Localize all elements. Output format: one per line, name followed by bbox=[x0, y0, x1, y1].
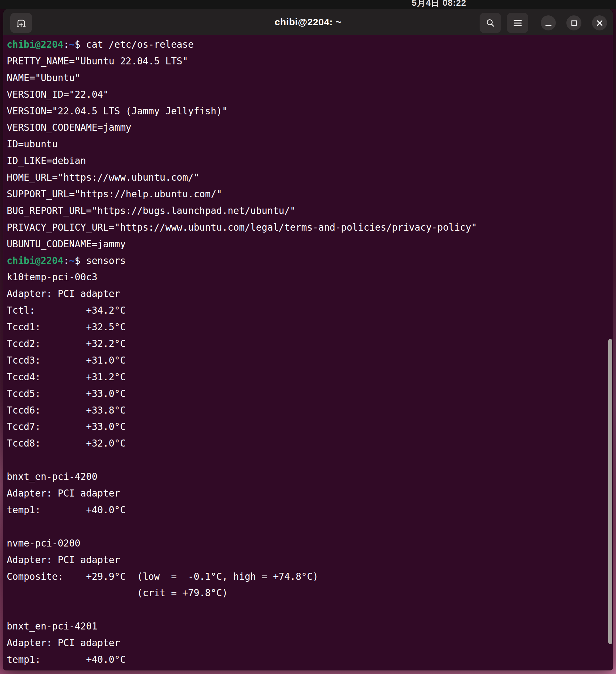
terminal-text-segment: Tctl: +34.2°C bbox=[7, 305, 126, 316]
terminal-line: Tccd5: +33.0°C bbox=[7, 386, 477, 402]
terminal-text-segment: PRIVACY_POLICY_URL="https://www.ubuntu.c… bbox=[7, 222, 477, 233]
terminal-text-segment: Adapter: PCI adapter bbox=[7, 488, 120, 499]
terminal-text-segment: HOME_URL="https://www.ubuntu.com/" bbox=[7, 172, 199, 183]
terminal-line: NAME="Ubuntu" bbox=[7, 70, 477, 87]
terminal-line: Adapter: PCI adapter bbox=[7, 485, 477, 502]
terminal-text-segment: k10temp-pci-00c3 bbox=[7, 272, 97, 283]
terminal-line: Tccd4: +31.2°C bbox=[7, 369, 477, 386]
terminal-text-segment: Tccd6: +33.8°C bbox=[7, 405, 126, 416]
terminal-text-segment: Tccd8: +32.0°C bbox=[7, 438, 126, 449]
terminal-text-segment: VERSION_ID="22.04" bbox=[7, 89, 109, 100]
terminal-text-segment: chibi@2204 bbox=[7, 39, 63, 50]
terminal-screen[interactable]: chibi@2204:~$ cat /etc/os-releasePRETTY_… bbox=[3, 35, 613, 670]
terminal-output: chibi@2204:~$ cat /etc/os-releasePRETTY_… bbox=[7, 36, 477, 668]
terminal-line: SUPPORT_URL="https://help.ubuntu.com/" bbox=[7, 186, 477, 203]
terminal-line: bnxt_en-pci-4200 bbox=[7, 469, 477, 485]
minimize-button[interactable] bbox=[541, 15, 556, 30]
terminal-text-segment: Adapter: PCI adapter bbox=[7, 638, 120, 648]
terminal-text-segment: temp1: +40.0°C bbox=[7, 654, 126, 665]
terminal-text-segment: ID_LIKE=debian bbox=[7, 155, 86, 166]
maximize-button[interactable] bbox=[566, 15, 581, 30]
terminal-scrollbar[interactable] bbox=[608, 339, 612, 644]
terminal-window: chibi@2204: ~ bbox=[3, 9, 613, 670]
terminal-line: k10temp-pci-00c3 bbox=[7, 269, 477, 286]
terminal-text-segment: VERSION_CODENAME=jammy bbox=[7, 122, 131, 133]
terminal-line: Adapter: PCI adapter bbox=[7, 635, 477, 652]
terminal-line: VERSION_CODENAME=jammy bbox=[7, 119, 477, 136]
terminal-line: PRETTY_NAME="Ubuntu 22.04.5 LTS" bbox=[7, 53, 477, 70]
window-titlebar[interactable]: chibi@2204: ~ bbox=[3, 9, 613, 35]
terminal-line: chibi@2204:~$ cat /etc/os-release bbox=[7, 36, 477, 53]
terminal-line: Adapter: PCI adapter bbox=[7, 286, 477, 303]
terminal-text-segment: Tccd1: +32.5°C bbox=[7, 322, 126, 333]
terminal-text-segment: Composite: +29.9°C (low = -0.1°C, high =… bbox=[7, 571, 318, 582]
terminal-text-segment: $ sensors bbox=[74, 255, 126, 266]
search-button[interactable] bbox=[480, 13, 501, 33]
terminal-text-segment: Tccd3: +31.0°C bbox=[7, 355, 126, 366]
terminal-line: Tctl: +34.2°C bbox=[7, 303, 477, 319]
terminal-line: Tccd6: +33.8°C bbox=[7, 402, 477, 419]
terminal-text-segment: ~ bbox=[69, 255, 75, 266]
new-tab-button[interactable] bbox=[10, 13, 32, 33]
terminal-text-segment: SUPPORT_URL="https://help.ubuntu.com/" bbox=[7, 189, 222, 200]
terminal-line bbox=[7, 601, 477, 618]
terminal-line: Adapter: PCI adapter bbox=[7, 552, 477, 569]
terminal-line: Tccd7: +33.0°C bbox=[7, 419, 477, 435]
terminal-text-segment: (crit = +79.8°C) bbox=[7, 587, 227, 598]
terminal-line: (crit = +79.8°C) bbox=[7, 585, 477, 601]
terminal-line: Tccd2: +32.2°C bbox=[7, 336, 477, 352]
terminal-text-segment: $ cat /etc/os-release bbox=[74, 39, 194, 50]
clock[interactable]: 5月4日 08:22 bbox=[412, 0, 466, 9]
terminal-line bbox=[7, 452, 477, 469]
terminal-line: ID=ubuntu bbox=[7, 136, 477, 153]
terminal-text-segment: temp1: +40.0°C bbox=[7, 504, 126, 516]
terminal-text-segment: Adapter: PCI adapter bbox=[7, 555, 120, 565]
system-top-bar: 5月4日 08:22 bbox=[0, 0, 616, 9]
terminal-line: VERSION_ID="22.04" bbox=[7, 87, 477, 103]
terminal-line bbox=[7, 519, 477, 535]
terminal-text-segment: Tccd4: +31.2°C bbox=[7, 371, 126, 382]
terminal-text-segment: ID=ubuntu bbox=[7, 139, 58, 149]
terminal-text-segment: UBUNTU_CODENAME=jammy bbox=[7, 239, 126, 249]
search-icon bbox=[484, 17, 497, 29]
terminal-text-segment: : bbox=[63, 39, 69, 50]
terminal-line: BUG_REPORT_URL="https://bugs.launchpad.n… bbox=[7, 203, 477, 219]
terminal-line: chibi@2204:~$ sensors bbox=[7, 253, 477, 269]
terminal-line: Tccd3: +31.0°C bbox=[7, 352, 477, 369]
terminal-line: Tccd1: +32.5°C bbox=[7, 319, 477, 336]
terminal-text-segment: PRETTY_NAME="Ubuntu 22.04.5 LTS" bbox=[7, 56, 188, 67]
terminal-line: VERSION="22.04.5 LTS (Jammy Jellyfish)" bbox=[7, 103, 477, 120]
terminal-text-segment: BUG_REPORT_URL="https://bugs.launchpad.n… bbox=[7, 205, 296, 216]
terminal-text-segment: bnxt_en-pci-4201 bbox=[7, 621, 97, 632]
terminal-line: bnxt_en-pci-4201 bbox=[7, 618, 477, 635]
close-button[interactable] bbox=[592, 15, 607, 30]
terminal-text-segment: Tccd7: +33.0°C bbox=[7, 421, 126, 432]
terminal-text-segment: Tccd2: +32.2°C bbox=[7, 338, 126, 349]
terminal-line: Composite: +29.9°C (low = -0.1°C, high =… bbox=[7, 569, 477, 585]
terminal-line: UBUNTU_CODENAME=jammy bbox=[7, 236, 477, 253]
hamburger-menu-icon bbox=[512, 17, 524, 29]
terminal-text-segment: VERSION="22.04.5 LTS (Jammy Jellyfish)" bbox=[7, 106, 227, 117]
terminal-line: HOME_URL="https://www.ubuntu.com/" bbox=[7, 170, 477, 186]
terminal-line: PRIVACY_POLICY_URL="https://www.ubuntu.c… bbox=[7, 219, 477, 236]
terminal-text-segment: chibi@2204 bbox=[7, 255, 63, 266]
terminal-text-segment: : bbox=[63, 255, 69, 266]
maximize-icon bbox=[568, 17, 581, 29]
terminal-text-segment: ~ bbox=[69, 39, 75, 50]
close-icon bbox=[593, 17, 606, 29]
terminal-line: Tccd8: +32.0°C bbox=[7, 435, 477, 452]
minimize-icon bbox=[542, 17, 555, 29]
terminal-line: ID_LIKE=debian bbox=[7, 153, 477, 170]
terminal-text-segment: nvme-pci-0200 bbox=[7, 538, 81, 549]
terminal-text-segment: Tccd5: +33.0°C bbox=[7, 388, 126, 399]
menu-button[interactable] bbox=[507, 13, 528, 33]
terminal-line: temp1: +40.0°C bbox=[7, 502, 477, 519]
terminal-line: nvme-pci-0200 bbox=[7, 535, 477, 552]
terminal-line: temp1: +40.0°C bbox=[7, 652, 477, 668]
terminal-text-segment: Adapter: PCI adapter bbox=[7, 288, 120, 299]
new-tab-icon bbox=[15, 17, 27, 29]
terminal-text-segment: NAME="Ubuntu" bbox=[7, 73, 81, 83]
terminal-text-segment: bnxt_en-pci-4200 bbox=[7, 471, 97, 482]
